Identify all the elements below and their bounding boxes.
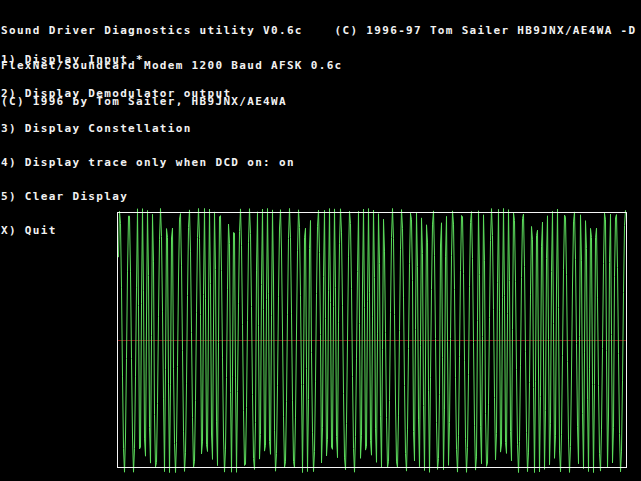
menu-item-dcd-trace-toggle[interactable]: 4) Display trace only when DCD on: on [1,159,295,167]
oscilloscope-display [109,204,635,476]
menu-item-display-demodulator-output[interactable]: 2) Display Demodulator output [1,90,295,98]
dos-screen: Sound Driver Diagnostics utility V0.6c (… [0,0,641,481]
menu-item-display-input[interactable]: 1) Display Input * [1,56,295,64]
menu-item-display-constellation[interactable]: 3) Display Constellation [1,125,295,133]
menu-item-clear-display[interactable]: 5) Clear Display [1,193,295,201]
